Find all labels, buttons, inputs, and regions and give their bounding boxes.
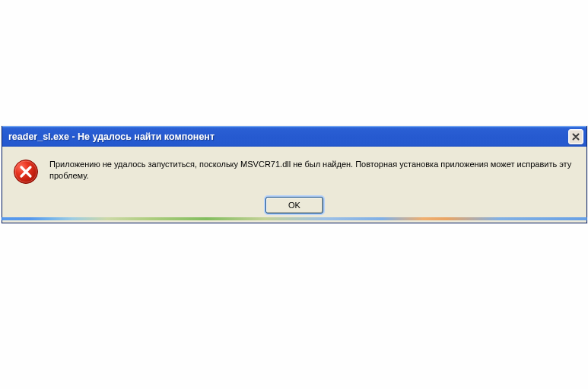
button-row: OK bbox=[13, 197, 576, 213]
dialog-body: Приложению не удалось запуститься, поско… bbox=[2, 147, 586, 223]
error-dialog: reader_sl.exe - Не удалось найти компоне… bbox=[2, 126, 587, 223]
dialog-title: reader_sl.exe - Не удалось найти компоне… bbox=[8, 131, 568, 142]
dialog-message: Приложению не удалось запуститься, поско… bbox=[49, 157, 576, 182]
content-row: Приложению не удалось запуститься, поско… bbox=[13, 157, 576, 185]
taskbar-sliver bbox=[2, 217, 587, 220]
close-button[interactable] bbox=[568, 129, 583, 144]
close-icon bbox=[572, 133, 580, 141]
error-icon bbox=[13, 159, 39, 185]
ok-button[interactable]: OK bbox=[265, 197, 323, 213]
titlebar[interactable]: reader_sl.exe - Не удалось найти компоне… bbox=[2, 126, 586, 147]
